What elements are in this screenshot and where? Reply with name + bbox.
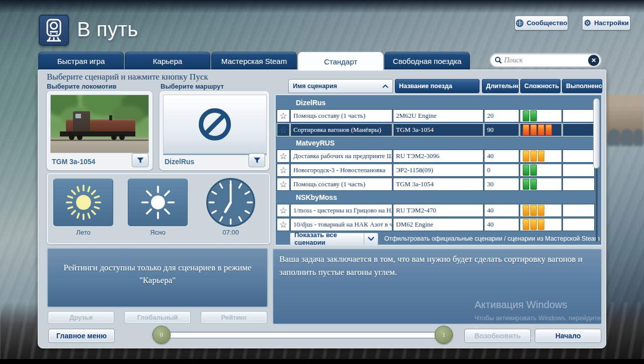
selected-route-name: DizelRus [165,158,194,166]
favorite-star-icon[interactable]: ☆ [277,218,290,231]
train-name-cell: DM62 Engine [393,218,484,231]
tab-label: Свободная поездка [393,57,461,65]
dropdown-arrow-button[interactable] [364,233,378,245]
loco-wheel [69,134,74,140]
tab-label: Карьера [153,57,182,65]
difficulty-cell [520,178,562,191]
show-all-scenarios-dropdown[interactable]: Показать все сценарии [290,233,378,245]
scenario-name-cell: Сортировка вагонов (Манёвры) [290,123,392,136]
ratings-notice-line2: "Карьера" [139,275,176,285]
train-name-cell: TGM 3a-1054 [393,123,484,136]
header-duration[interactable]: Длительнос [482,79,519,93]
search-clear-button[interactable]: ✕ [588,55,599,66]
weather-tile[interactable] [128,179,188,226]
viaduct-arch [608,129,620,146]
favorite-star-icon[interactable]: ☆ [277,164,290,177]
selected-locomotive-name: TGM 3a-1054 [52,158,95,166]
dropdown-selected-value: Показать все сценарии [290,233,364,245]
favorite-star-icon[interactable]: ☆ [277,150,290,163]
rating-button[interactable]: Рейтинг [201,311,267,324]
chevron-up-icon [382,85,388,88]
difficulty-bar [530,179,537,190]
difficulty-bar [530,205,537,216]
clock-icon [205,177,257,228]
difficulty-bar [523,179,529,190]
scenario-row[interactable]: ☆Доставка рабочих на предприяте Шахты-2R… [277,150,595,163]
tab-label: Мастерская Steam [221,57,287,65]
train-name-cell: TGM 3a-1054 [393,178,484,191]
difficulty-bar [523,151,529,162]
tab-quick-drive[interactable]: Быстрая игра [38,52,124,70]
season-tile[interactable] [53,179,113,226]
search-input[interactable] [504,56,588,64]
duration-cell: 40 [484,218,519,231]
scenario-row[interactable]: ☆Новогородск-3 - НовостепановкаЭР2-1158(… [277,164,595,177]
locomotive-thumbnail [50,95,149,153]
resume-button[interactable]: Возобновить [464,329,531,343]
scenario-row[interactable]: ☆Помощь составу (1 часть)TGM 3a-105430 [277,178,595,191]
completed-cell [562,204,595,217]
tab-steam-workshop[interactable]: Мастерская Steam [211,52,297,70]
duration-cell: 40 [484,150,519,163]
scrollbar-thumb[interactable] [593,98,600,169]
difficulty-cell [520,123,562,136]
rail [51,139,148,141]
no-route-image-icon [199,108,231,140]
table-scrollbar [593,98,600,242]
scenario-row[interactable]: ☆Помощь составу (1 часть)2M62U Engine20 [277,109,595,122]
scenario-filter-row: Показать все сценарии Отфильтровать офиц… [277,232,600,245]
chevron-down-icon [368,237,374,241]
route-card[interactable]: DizelRus [159,91,269,170]
favorite-star-icon[interactable]: ☆ [277,109,290,122]
header-difficulty[interactable]: Сложность [520,79,560,93]
duration-cell: 40 [484,204,519,217]
header-completed[interactable]: Выполнено [562,79,602,93]
community-button[interactable]: Сообщество [515,16,568,30]
loco-wheel [77,134,83,140]
tab-free-roam[interactable]: Свободная поездка [384,52,470,70]
favorite-star-icon[interactable]: ☆ [277,123,290,136]
scenario-row[interactable]: ☆Сортировка вагонов (Манёвры)TGM 3a-1054… [277,123,595,136]
globe-icon [516,19,524,27]
difficulty-bar [538,151,544,162]
viaduct-arch [621,129,633,146]
gear-icon: ⚙ [584,19,591,27]
locomotive-filter-button[interactable] [132,153,148,167]
difficulty-bar [523,219,529,230]
friends-button[interactable]: Друзья [48,311,114,324]
settings-button[interactable]: ⚙ Настройки [582,16,630,30]
locomotive-card[interactable]: TGM 3a-1054 [47,91,152,170]
train-name-cell: RU ТЭМ2-470 [393,204,484,217]
completed-cell [562,178,595,191]
scenario-row[interactable]: ☆1/moss - цистерны из Грицово на НАК Азо… [277,204,595,217]
scenario-table-body: DizelRus☆Помощь составу (1 часть)2M62U E… [277,97,600,232]
favorite-star-icon[interactable]: ☆ [277,204,290,217]
route-filter-button[interactable] [249,153,265,167]
scenario-group-header: MatveyRUS [277,137,600,149]
difficulty-bar [523,165,529,176]
tab-standard[interactable]: Стандарт [298,52,383,71]
completed-cell [562,123,595,136]
filter-funnel-icon [253,157,261,164]
scenario-name-cell: Новогородск-3 - Новостепановка [290,164,392,177]
season-label: Лето [53,229,113,236]
header-train-name[interactable]: Название поезда [395,79,479,93]
scenario-scroll-slider[interactable] [162,332,446,338]
scenario-row[interactable]: ☆10/djus - товарный на НАК Азот в час-пи… [277,218,595,231]
favorite-star-icon[interactable]: ☆ [277,178,290,191]
slider-knob-min[interactable]: 0 [152,326,171,344]
global-button[interactable]: Глобальный [124,311,191,324]
main-menu-button[interactable]: Главное меню [48,329,115,343]
train-name-cell: RU ТЭМ2-3096 [393,150,484,163]
sort-header-scenario-name[interactable]: Имя сценария [288,79,393,93]
route-thumbnail [163,95,267,155]
scenario-name-cell: Доставка рабочих на предприяте Шахты-2 [290,150,392,163]
start-button[interactable]: Начало [535,329,601,343]
difficulty-bar [538,219,544,230]
scenario-table: DizelRus☆Помощь составу (1 часть)2M62U E… [275,94,602,246]
slider-knob-max[interactable]: 1 [435,326,453,344]
summer-sun-icon [65,184,102,221]
time-of-day-clock[interactable] [205,177,257,228]
train-icon [44,18,64,42]
tab-career[interactable]: Карьера [125,52,210,70]
